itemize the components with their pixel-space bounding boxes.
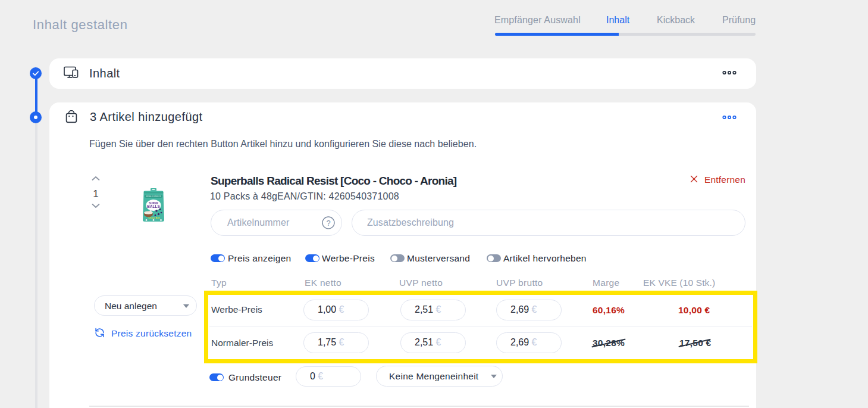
svg-text:Choco Ball: Choco Ball bbox=[149, 217, 160, 219]
svg-text:?: ? bbox=[326, 219, 330, 228]
svg-text:BALLS: BALLS bbox=[147, 204, 160, 208]
svg-text:MIND BALLS SUPERFOOD: MIND BALLS SUPERFOOD bbox=[146, 195, 162, 198]
